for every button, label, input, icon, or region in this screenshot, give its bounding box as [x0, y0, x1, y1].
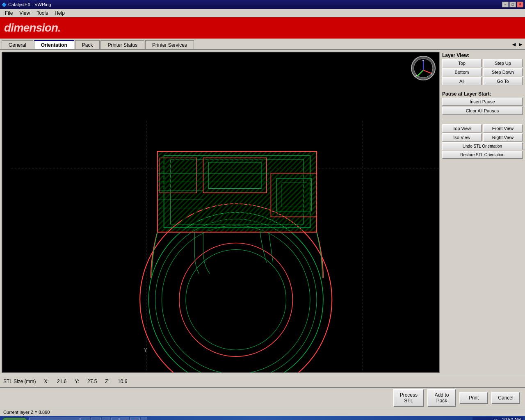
- view-buttons-section: Top View Front View Iso View Right View …: [442, 124, 523, 160]
- title-bar: 🔷 CatalystEX - VWRing − □ ✕: [0, 0, 525, 9]
- insert-pause-button[interactable]: Insert Pause: [442, 98, 523, 106]
- taskbar-item-app3[interactable]: ♦: [141, 418, 147, 420]
- layer-view-row3: All Go To: [442, 77, 523, 85]
- view-row4: Restore STL Orientation: [442, 151, 523, 159]
- current-layer-bar: Current layer Z = 8.890: [0, 408, 525, 416]
- taskbar-item-catalystex[interactable]: CatalystEX - VWRing: [29, 418, 80, 420]
- menu-view[interactable]: View: [16, 9, 33, 17]
- top-view-button[interactable]: Top View: [442, 124, 482, 132]
- svg-rect-15: [203, 158, 266, 193]
- svg-text:X: X: [431, 72, 433, 76]
- top-button[interactable]: Top: [442, 59, 482, 67]
- go-to-button[interactable]: Go To: [483, 77, 523, 85]
- ring-visualization: Y Z X: [2, 52, 439, 372]
- app-icon: 🔷: [2, 2, 7, 7]
- y-value: 27.5: [87, 379, 97, 384]
- current-layer-label: Current layer Z = 8.890: [3, 410, 50, 415]
- right-view-button[interactable]: Right View: [483, 133, 523, 142]
- svg-point-7: [162, 226, 310, 372]
- tab-general[interactable]: General: [2, 40, 33, 49]
- tab-bar: General Orientation Pack Printer Status …: [0, 39, 525, 50]
- menu-help[interactable]: Help: [51, 9, 68, 17]
- tab-scroll-arrows: ◄ ►: [511, 41, 523, 49]
- svg-point-8: [179, 243, 293, 356]
- maximize-button[interactable]: □: [509, 2, 516, 7]
- taskbar-item-calc[interactable]: 🖩: [102, 418, 110, 420]
- view-row2: Iso View Right View: [442, 133, 523, 142]
- view-row1: Top View Front View: [442, 124, 523, 132]
- z-label: Z:: [105, 379, 110, 384]
- clock: 10:50 AM 10/2/2013: [501, 417, 521, 420]
- x-label: X:: [44, 379, 49, 384]
- start-button[interactable]: ⊞ Start: [2, 418, 27, 420]
- layer-view-row2: Bottom Step Down: [442, 68, 523, 76]
- step-up-button[interactable]: Step Up: [483, 59, 523, 67]
- z-value: 10.6: [118, 379, 127, 384]
- step-down-button[interactable]: Step Down: [483, 68, 523, 76]
- taskbar-item-folder[interactable]: 📁: [91, 418, 101, 420]
- layer-view-section: Layer View: Top Step Up Bottom Step Down…: [442, 52, 523, 86]
- taskbar-item-ie[interactable]: 🌐: [80, 418, 90, 420]
- brand-name: dimension.: [4, 21, 61, 34]
- svg-rect-25: [271, 173, 317, 217]
- bottom-button[interactable]: Bottom: [442, 68, 482, 76]
- add-to-pack-button[interactable]: Add toPack: [427, 389, 456, 407]
- undo-stl-button[interactable]: Undo STL Orientation: [442, 142, 523, 150]
- view-row3: Undo STL Orientation: [442, 142, 523, 150]
- cancel-button[interactable]: Cancel: [491, 392, 520, 404]
- tab-scroll-left[interactable]: ◄: [511, 41, 517, 48]
- divider1: [442, 120, 523, 120]
- svg-rect-18: [160, 158, 196, 193]
- title-bar-controls: − □ ✕: [502, 2, 523, 7]
- svg-text:Z: Z: [415, 74, 417, 78]
- tab-printer-services[interactable]: Printer Services: [145, 40, 194, 49]
- tab-scroll-right[interactable]: ►: [518, 41, 523, 48]
- svg-text:Y: Y: [422, 59, 425, 63]
- layer-view-row1: Top Step Up: [442, 59, 523, 67]
- axis-indicator: Y Z X: [411, 56, 436, 80]
- title-bar-left: 🔷 CatalystEX - VWRing: [2, 2, 51, 7]
- clock-time: 10:50 AM: [501, 417, 521, 420]
- svg-point-5: [148, 212, 323, 372]
- pause-label: Pause at Layer Start:: [442, 91, 523, 97]
- menu-bar: File View Tools Help: [0, 9, 525, 17]
- action-bar: ProcessSTL Add toPack Print Cancel: [0, 387, 525, 408]
- main-area: Y Z X Y Z X Layer View:: [0, 50, 525, 375]
- taskbar-item-app2[interactable]: 📬: [130, 418, 140, 420]
- layer-view-label: Layer View:: [442, 52, 523, 58]
- pause-row2: Clear All Pauses: [442, 107, 523, 115]
- menu-file[interactable]: File: [2, 9, 16, 17]
- clear-all-pauses-button[interactable]: Clear All Pauses: [442, 107, 523, 115]
- taskbar: ⊞ Start CatalystEX - VWRing 🌐 📁 🖩 ▶ 📌 📬 …: [0, 416, 525, 420]
- taskbar-item-media[interactable]: ▶: [111, 418, 119, 420]
- right-panel: Layer View: Top Step Up Bottom Step Down…: [441, 52, 523, 373]
- front-view-button[interactable]: Front View: [483, 124, 523, 132]
- viewport[interactable]: Y Z X Y Z X: [2, 52, 440, 373]
- taskbar-right: ◄ 🖥 🔊 10:50 AM 10/2/2013: [472, 417, 523, 420]
- brand-logo: dimension.: [4, 21, 61, 34]
- tab-pack[interactable]: Pack: [75, 40, 100, 49]
- status-bar: STL Size (mm) X: 21.6 Y: 27.5 Z: 10.6: [0, 375, 525, 387]
- taskbar-item-app1[interactable]: 📌: [119, 418, 129, 420]
- tab-printer-status[interactable]: Printer Status: [100, 40, 144, 49]
- brand-bar: dimension.: [0, 17, 525, 39]
- all-button[interactable]: All: [442, 77, 482, 85]
- x-value: 21.6: [57, 379, 66, 384]
- stl-size-label: STL Size (mm): [3, 379, 36, 384]
- print-button[interactable]: Print: [459, 392, 488, 404]
- tab-orientation[interactable]: Orientation: [34, 40, 74, 49]
- window-title: CatalystEX - VWRing: [8, 2, 51, 7]
- close-button[interactable]: ✕: [517, 2, 523, 7]
- svg-text:Y: Y: [144, 347, 148, 353]
- taskbar-items: CatalystEX - VWRing 🌐 📁 🖩 ▶ 📌 📬 ♦: [29, 418, 471, 420]
- y-label: Y:: [75, 379, 79, 384]
- process-stl-button[interactable]: ProcessSTL: [393, 389, 424, 407]
- minimize-button[interactable]: −: [502, 2, 509, 7]
- iso-view-button[interactable]: Iso View: [442, 133, 482, 142]
- menu-tools[interactable]: Tools: [33, 9, 51, 17]
- pause-section: Pause at Layer Start: Insert Pause Clear…: [442, 91, 523, 116]
- svg-point-9: [186, 249, 286, 350]
- restore-stl-button[interactable]: Restore STL Orientation: [442, 151, 523, 159]
- pause-row1: Insert Pause: [442, 98, 523, 106]
